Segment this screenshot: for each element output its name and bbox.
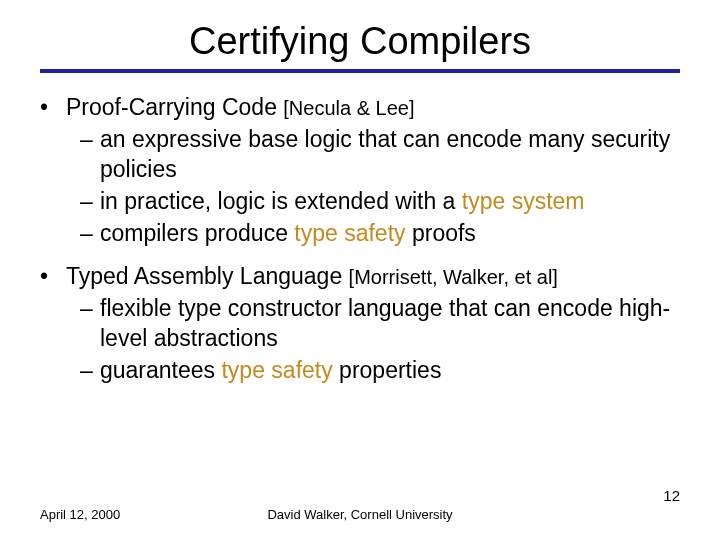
slide-body: • Proof-Carrying Code [Necula & Lee] – a… <box>40 93 680 386</box>
sub-pre: in practice, logic is extended with a <box>100 188 462 214</box>
sub-pre: compilers produce <box>100 220 294 246</box>
sub-post: proofs <box>406 220 476 246</box>
sub-hl: type safety <box>294 220 405 246</box>
sub-text: guarantees type safety properties <box>100 356 680 386</box>
sub-text: flexible type constructor language that … <box>100 294 680 354</box>
dash-icon: – <box>80 125 100 185</box>
sub-hl: type safety <box>221 357 332 383</box>
sub-pre: an expressive base logic that can encode… <box>100 126 670 182</box>
bullet-2: • Typed Assembly Language [Morrisett, Wa… <box>40 262 680 386</box>
page-number: 12 <box>663 487 680 504</box>
bullet-2-citation: [Morrisett, Walker, et al] <box>349 266 558 288</box>
list-item: – in practice, logic is extended with a … <box>80 187 680 217</box>
bullet-1-heading: • Proof-Carrying Code [Necula & Lee] <box>40 93 680 123</box>
footer-author: David Walker, Cornell University <box>267 507 452 522</box>
sub-post: properties <box>333 357 442 383</box>
bullet-dot-icon: • <box>40 93 66 123</box>
bullet-1-citation: [Necula & Lee] <box>283 97 414 119</box>
bullet-2-subs: – flexible type constructor language tha… <box>80 294 680 386</box>
sub-pre: flexible type constructor language that … <box>100 295 670 351</box>
bullet-2-text: Typed Assembly Language [Morrisett, Walk… <box>66 262 558 292</box>
sub-hl: type system <box>462 188 585 214</box>
sub-text: an expressive base logic that can encode… <box>100 125 680 185</box>
dash-icon: – <box>80 219 100 249</box>
dash-icon: – <box>80 187 100 217</box>
bullet-1: • Proof-Carrying Code [Necula & Lee] – a… <box>40 93 680 248</box>
dash-icon: – <box>80 356 100 386</box>
bullet-2-title: Typed Assembly Language <box>66 263 342 289</box>
list-item: – guarantees type safety properties <box>80 356 680 386</box>
bullet-dot-icon: • <box>40 262 66 292</box>
sub-pre: guarantees <box>100 357 221 383</box>
footer-date: April 12, 2000 <box>40 507 120 522</box>
bullet-2-heading: • Typed Assembly Language [Morrisett, Wa… <box>40 262 680 292</box>
bullet-1-text: Proof-Carrying Code [Necula & Lee] <box>66 93 415 123</box>
sub-text: in practice, logic is extended with a ty… <box>100 187 680 217</box>
bullet-1-title: Proof-Carrying Code <box>66 94 277 120</box>
list-item: – flexible type constructor language tha… <box>80 294 680 354</box>
slide-title: Certifying Compilers <box>40 20 680 63</box>
list-item: – compilers produce type safety proofs <box>80 219 680 249</box>
dash-icon: – <box>80 294 100 354</box>
bullet-1-subs: – an expressive base logic that can enco… <box>80 125 680 249</box>
sub-text: compilers produce type safety proofs <box>100 219 680 249</box>
list-item: – an expressive base logic that can enco… <box>80 125 680 185</box>
title-underline <box>40 69 680 73</box>
